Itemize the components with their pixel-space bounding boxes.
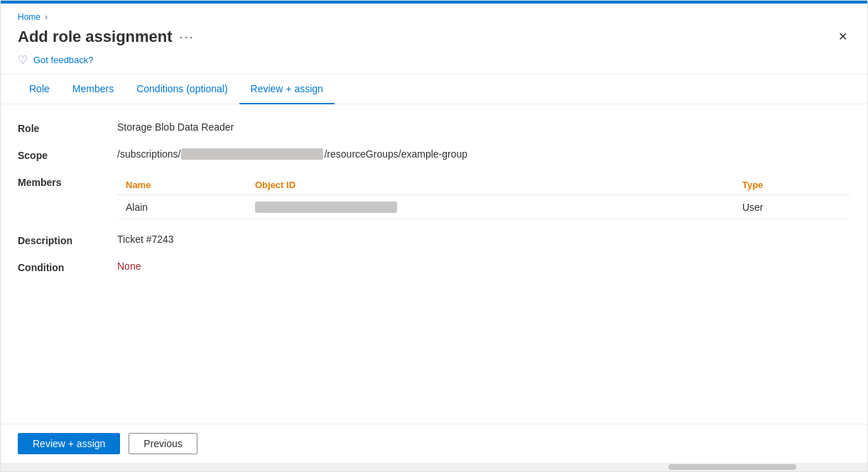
- scope-prefix: /subscriptions/: [117, 148, 180, 160]
- member-name: Alain: [117, 195, 246, 219]
- title-row: Add role assignment ··· ✕: [18, 28, 850, 46]
- members-table-wrapper: Name Object ID Type Alain U: [117, 175, 850, 219]
- description-value: Ticket #7243: [117, 234, 174, 245]
- title-left: Add role assignment ···: [18, 28, 195, 46]
- bottom-action-bar: Review + assign Previous: [1, 424, 867, 463]
- condition-value: None: [117, 260, 141, 272]
- breadcrumb-home[interactable]: Home: [18, 12, 40, 22]
- condition-label: Condition: [18, 260, 117, 273]
- feedback-bar: ♡ Got feedback?: [1, 46, 867, 75]
- content-area: Home › Add role assignment ··· ✕ ♡ Got f…: [1, 4, 867, 424]
- feedback-heart-icon: ♡: [18, 53, 28, 67]
- role-value: Storage Blob Data Reader: [117, 121, 234, 133]
- scope-row: Scope /subscriptions/ /resourceGroups/ex…: [18, 148, 850, 161]
- page-title: Add role assignment: [18, 28, 173, 46]
- breadcrumb-chevron: ›: [45, 12, 48, 22]
- col-header-name: Name: [117, 175, 246, 195]
- scrollbar-thumb[interactable]: [668, 464, 796, 470]
- close-button[interactable]: ✕: [835, 28, 850, 45]
- scope-value: /subscriptions/ /resourceGroups/example-…: [117, 148, 467, 160]
- feedback-link[interactable]: Got feedback?: [33, 55, 94, 65]
- role-row: Role Storage Blob Data Reader: [18, 121, 850, 134]
- tab-members[interactable]: Members: [61, 75, 125, 104]
- members-table: Name Object ID Type Alain U: [117, 175, 850, 219]
- scope-subscription-id-redacted: [181, 148, 323, 160]
- members-row: Members Name Object ID Type Alai: [18, 175, 850, 219]
- table-row: Alain User: [117, 195, 850, 219]
- previous-button[interactable]: Previous: [129, 433, 197, 454]
- description-label: Description: [18, 234, 117, 246]
- member-type: User: [734, 195, 850, 219]
- scope-label: Scope: [18, 148, 117, 161]
- tab-conditions[interactable]: Conditions (optional): [125, 75, 239, 104]
- breadcrumb: Home ›: [18, 12, 850, 22]
- role-label: Role: [18, 121, 117, 134]
- tabs-container: Role Members Conditions (optional) Revie…: [1, 75, 867, 104]
- object-id-redacted: [255, 202, 397, 213]
- col-header-type: Type: [734, 175, 850, 195]
- col-header-object-id: Object ID: [246, 175, 734, 195]
- horizontal-scrollbar[interactable]: [1, 463, 867, 471]
- condition-row: Condition None: [18, 260, 850, 273]
- add-role-assignment-panel: Home › Add role assignment ··· ✕ ♡ Got f…: [0, 0, 868, 472]
- members-label: Members: [18, 175, 117, 188]
- description-row: Description Ticket #7243: [18, 234, 850, 246]
- scrollbar-track: [1, 464, 867, 470]
- tab-role[interactable]: Role: [18, 75, 61, 104]
- member-object-id: [246, 195, 734, 219]
- tab-review-assign[interactable]: Review + assign: [239, 75, 335, 104]
- panel-header: Home › Add role assignment ··· ✕: [1, 4, 867, 46]
- scope-suffix: /resourceGroups/example-group: [324, 148, 467, 160]
- more-options-button[interactable]: ···: [180, 30, 195, 45]
- table-header-row: Name Object ID Type: [117, 175, 850, 195]
- review-assign-button[interactable]: Review + assign: [18, 433, 120, 454]
- form-body: Role Storage Blob Data Reader Scope /sub…: [1, 104, 867, 424]
